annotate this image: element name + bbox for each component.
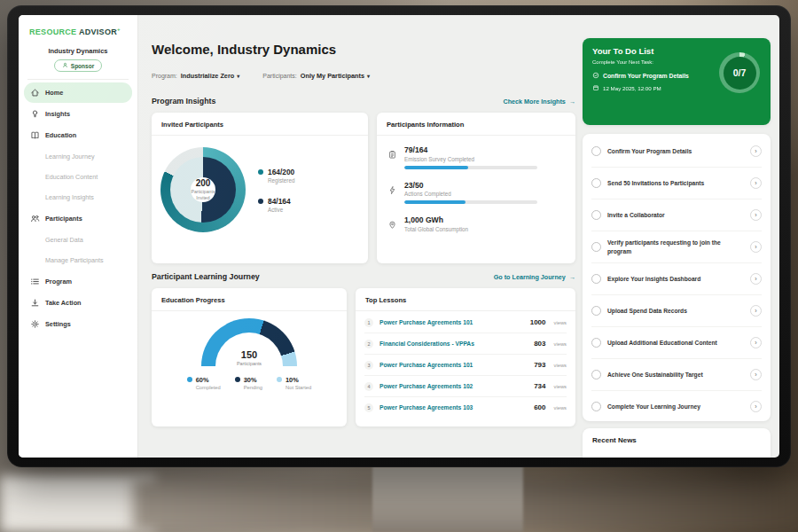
app-window: RESOURCE ADVISOR+ Industry Dynamics Spon… <box>19 15 779 458</box>
task-checkbox[interactable] <box>591 306 601 316</box>
sidebar-divider <box>27 79 129 80</box>
legend-dot <box>187 377 192 382</box>
legend-value: 30% <box>244 376 262 384</box>
stat-label: Total Global Consumption <box>404 226 468 232</box>
task-row[interactable]: Verify participants requesting to join t… <box>591 231 762 263</box>
legend-label: Pending <box>244 385 262 390</box>
stat-label: Actions Completed <box>404 191 537 197</box>
task-checkbox[interactable] <box>591 274 601 284</box>
lesson-row: 5 Power Purchase Agreements 103 600 view… <box>364 397 567 418</box>
todo-task-list-card: Confirm Your Program Details › Send 50 I… <box>583 134 771 421</box>
chevron-right-icon[interactable]: › <box>750 305 762 317</box>
task-row[interactable]: Complete Your Learning Journey › <box>591 391 762 421</box>
invited-participants-card: Invited Participants 200 Participants In… <box>152 113 368 263</box>
progress-bar-fill <box>404 200 466 204</box>
sidebar-item-home[interactable]: Home <box>24 82 132 103</box>
sidebar-item-learning-journey[interactable]: Learning Journey <box>19 146 137 167</box>
sidebar-item-take-action[interactable]: Take Action <box>24 293 132 313</box>
filters-bar: Program: Industrialize Zero▾ Participant… <box>152 72 370 80</box>
task-label: Invite a Collaborator <box>607 211 744 219</box>
sidebar-item-participants[interactable]: Participants <box>24 208 132 229</box>
chevron-right-icon[interactable]: › <box>750 145 762 157</box>
app-logo: RESOURCE ADVISOR+ <box>29 27 137 36</box>
legend-dot <box>277 377 282 382</box>
legend-item-active: 84/164 Active <box>258 197 294 213</box>
sidebar-item-insights[interactable]: Insights <box>24 104 132 124</box>
org-name: Industry Dynamics <box>19 47 137 55</box>
task-checkbox[interactable] <box>591 338 601 348</box>
task-row[interactable]: Send 50 Invitations to Participants › <box>591 168 762 200</box>
task-row[interactable]: Upload Spend Data Records › <box>591 295 762 327</box>
top-lessons-card: Top Lessons 1 Power Purchase Agreements … <box>356 288 575 426</box>
task-row[interactable]: Achieve One Sustainability Target › <box>591 359 762 391</box>
program-filter: Program: Industrialize Zero▾ <box>152 72 239 80</box>
people-icon <box>30 214 40 223</box>
stat-value: 23/50 <box>404 181 537 190</box>
program-insights-section-header: Program Insights Check More Insights→ <box>152 97 575 106</box>
chevron-right-icon[interactable]: › <box>750 337 762 348</box>
task-checkbox[interactable] <box>591 242 601 252</box>
sidebar-item-education-content[interactable]: Education Content <box>19 167 137 187</box>
participants-dropdown[interactable]: Only My Participants▾ <box>301 72 370 80</box>
task-row[interactable]: Explore Your Insights Dashboard › <box>591 263 762 295</box>
lesson-views: 1000 <box>530 318 546 326</box>
lesson-link[interactable]: Power Purchase Agreements 103 <box>379 404 528 411</box>
lesson-link[interactable]: Financial Considerations - VPPAs <box>379 340 528 347</box>
task-checkbox[interactable] <box>591 370 601 379</box>
task-row[interactable]: Confirm Your Program Details › <box>591 136 762 168</box>
task-label: Explore Your Insights Dashboard <box>607 275 744 283</box>
sidebar-item-label: Education <box>45 131 76 139</box>
chevron-right-icon[interactable]: › <box>750 209 762 221</box>
sidebar-item-manage-participants[interactable]: Manage Participants <box>19 250 137 270</box>
lesson-link[interactable]: Power Purchase Agreements 101 <box>379 362 528 368</box>
task-label: Verify participants requesting to join t… <box>607 239 744 254</box>
lesson-views-unit: views <box>554 405 567 411</box>
sidebar-item-general-data[interactable]: General Data <box>19 230 137 250</box>
task-checkbox[interactable] <box>591 210 601 220</box>
monitor-stand <box>372 466 523 532</box>
sidebar-item-settings[interactable]: Settings <box>24 314 132 334</box>
stat-row: 23/50 Actions Completed <box>387 181 565 205</box>
legend-label: Completed <box>196 385 221 390</box>
task-row[interactable]: Invite a Collaborator › <box>591 200 762 231</box>
sidebar-item-education[interactable]: Education <box>24 125 132 145</box>
sidebar-item-label: Home <box>45 89 63 97</box>
chevron-right-icon[interactable]: › <box>750 177 762 189</box>
progress-bar-fill <box>404 166 468 169</box>
clipboard-icon <box>387 147 397 157</box>
education-gauge-chart: 150 Participants <box>201 318 297 366</box>
chevron-right-icon[interactable]: › <box>750 369 762 380</box>
monitor-frame: RESOURCE ADVISOR+ Industry Dynamics Spon… <box>7 5 791 467</box>
sidebar-item-learning-insights[interactable]: Learning Insights <box>19 187 137 207</box>
legend-dot <box>258 199 263 204</box>
program-dropdown[interactable]: Industrialize Zero▾ <box>181 72 239 80</box>
go-to-learning-journey-link[interactable]: Go to Learning Journey→ <box>494 273 575 281</box>
lesson-rank: 5 <box>364 403 373 412</box>
legend-label: Active <box>268 207 291 213</box>
task-checkbox[interactable] <box>591 178 601 188</box>
gauge-center: 150 Participants <box>201 350 297 366</box>
bulb-icon <box>30 109 40 119</box>
sidebar-item-label: Program <box>45 278 72 286</box>
chevron-right-icon[interactable]: › <box>750 273 762 285</box>
task-row[interactable]: Upload Additional Educational Content › <box>591 327 762 359</box>
lightning-icon <box>387 183 397 192</box>
sidebar-item-program[interactable]: Program <box>24 271 132 292</box>
education-progress-card: Education Progress 150 Participants 60% <box>152 288 347 426</box>
chevron-right-icon[interactable]: › <box>750 401 762 412</box>
lesson-link[interactable]: Power Purchase Agreements 102 <box>379 383 528 389</box>
sponsor-badge: Sponsor <box>54 59 102 72</box>
page-title: Welcome, Industry Dynamics <box>152 42 336 57</box>
task-checkbox[interactable] <box>591 402 601 411</box>
lesson-link[interactable]: Power Purchase Agreements 101 <box>379 319 524 325</box>
stat-value: 79/164 <box>404 145 537 154</box>
task-label: Complete Your Learning Journey <box>607 403 744 411</box>
sponsor-badge-label: Sponsor <box>71 63 94 69</box>
stat-row: 79/164 Emission Survey Completed <box>387 145 565 169</box>
chevron-right-icon[interactable]: › <box>750 241 762 253</box>
lesson-rank: 1 <box>364 318 373 327</box>
todo-summary-card: Your To Do List Complete Your Next Task:… <box>583 38 771 125</box>
check-more-insights-link[interactable]: Check More Insights→ <box>504 98 575 106</box>
task-checkbox[interactable] <box>591 146 601 156</box>
task-label: Upload Spend Data Records <box>607 307 744 315</box>
